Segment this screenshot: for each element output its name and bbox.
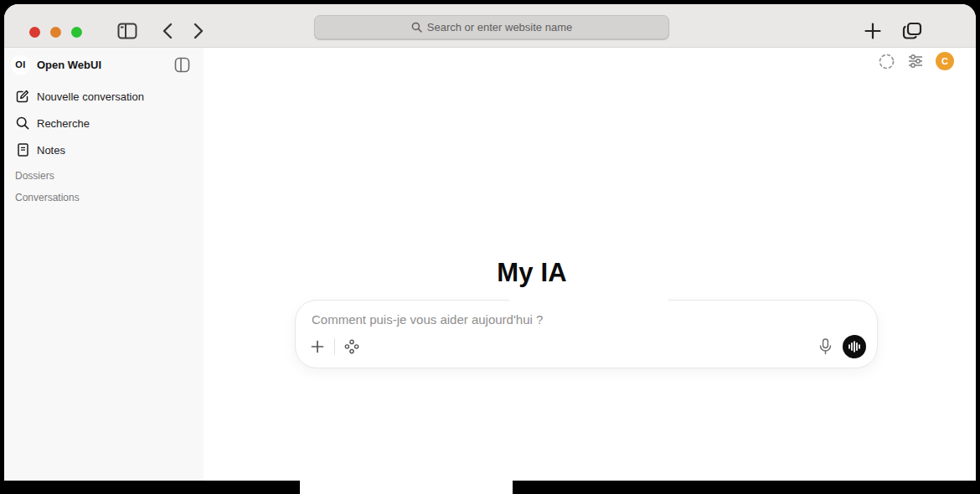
composer-actions [309, 335, 866, 358]
sidebar-collapse-button[interactable] [174, 57, 190, 73]
browser-titlebar: Search or enter website name [4, 4, 976, 48]
dashed-circle-icon [879, 54, 895, 69]
forward-button[interactable] [190, 22, 207, 40]
notes-icon [16, 143, 29, 157]
minimize-window-button[interactable] [50, 27, 61, 38]
sidebar-item-search[interactable]: Recherche [4, 110, 204, 136]
composer-top-overlay [509, 296, 668, 306]
message-composer: Comment puis-je vous aider aujourd'hui ? [295, 300, 878, 368]
waveform-icon [848, 340, 861, 353]
search-icon [16, 116, 29, 130]
address-bar-placeholder: Search or enter website name [427, 21, 572, 33]
integrations-dots-icon [344, 339, 359, 354]
new-chat-icon [16, 90, 29, 103]
sidebar-header: OI Open WebUI [4, 51, 204, 78]
message-input[interactable]: Comment puis-je vous aider aujourd'hui ? [312, 312, 861, 329]
page-title: My IA [497, 258, 567, 288]
sidebar-item-new-chat[interactable]: Nouvelle conversation [4, 83, 204, 110]
sidebar-item-notes[interactable]: Notes [4, 136, 204, 163]
sidebar-item-label: Notes [37, 144, 65, 157]
new-tab-button[interactable] [863, 21, 883, 41]
sidebar-panel-icon [117, 23, 137, 39]
chat-controls-button[interactable] [906, 52, 925, 70]
plus-icon [311, 340, 324, 353]
tab-overview-button[interactable] [901, 21, 923, 41]
user-avatar[interactable]: C [936, 52, 954, 70]
open-webui-logo: OI [11, 55, 30, 75]
sidebar-section-folders[interactable]: Dossiers [15, 170, 54, 182]
sidebar-item-label: Recherche [37, 117, 90, 130]
browser-window: Search or enter website name OI [4, 4, 976, 481]
sidebar-collapse-icon [174, 57, 190, 73]
back-button[interactable] [158, 22, 175, 40]
sidebar-nav: Nouvelle conversation Recherche [4, 83, 204, 163]
chevron-left-icon [162, 23, 173, 39]
chevron-right-icon [193, 23, 204, 39]
composer-divider [334, 338, 335, 355]
search-icon [411, 22, 422, 33]
app-name: Open WebUI [37, 59, 101, 71]
tabs-overview-icon [902, 22, 922, 40]
sidebar-item-label: Nouvelle conversation [37, 90, 144, 103]
voice-mode-button[interactable] [843, 335, 866, 358]
zoom-window-button[interactable] [71, 27, 82, 38]
screenshot-background: Search or enter website name OI [0, 0, 980, 494]
plus-icon [864, 23, 881, 39]
page-content: OI Open WebUI [4, 48, 976, 481]
browser-sidebar-toggle-button[interactable] [116, 22, 138, 40]
sliders-icon [908, 54, 923, 68]
tools-button[interactable] [343, 338, 360, 355]
close-window-button[interactable] [29, 27, 40, 38]
temporary-chat-button[interactable] [877, 52, 895, 70]
microphone-icon [819, 338, 832, 355]
app-sidebar: OI Open WebUI [4, 48, 204, 481]
page-header-actions: C [877, 52, 954, 70]
background-window-fragment [300, 481, 513, 494]
attach-file-button[interactable] [309, 338, 326, 355]
main-pane: C My IA Comment puis-je vous aider aujou… [204, 48, 976, 481]
address-bar[interactable]: Search or enter website name [314, 15, 669, 39]
dictate-button[interactable] [816, 337, 834, 357]
sidebar-section-conversations[interactable]: Conversations [15, 192, 80, 203]
